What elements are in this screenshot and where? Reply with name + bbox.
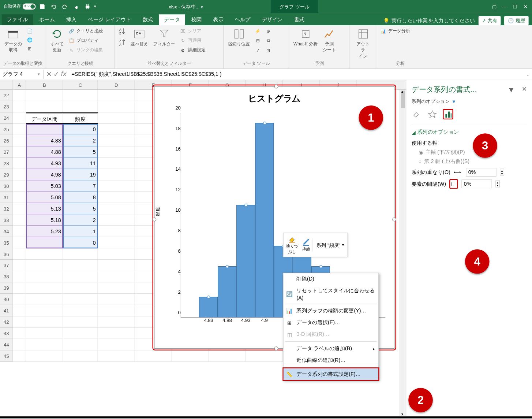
get-data-button[interactable]: データの 取得 [3,27,23,54]
cell[interactable] [98,248,135,260]
cell[interactable]: 4.93 [26,158,63,169]
maximize-icon[interactable]: ❐ [510,2,520,11]
text-to-columns-button[interactable]: 区切り位置 [226,27,252,48]
cell[interactable] [98,316,135,328]
row-header[interactable]: 42 [0,316,13,328]
vertical-scrollbar[interactable]: ▴▾ [400,90,406,416]
tab-formulas[interactable]: 数式 [137,14,158,25]
cell[interactable] [13,124,26,135]
row-header[interactable]: 37 [0,260,13,271]
cell[interactable] [13,90,26,101]
row-header[interactable]: 22 [0,90,13,101]
data-valid-icon[interactable]: ✓ [254,46,262,54]
cell[interactable]: 0 [63,237,98,248]
cell[interactable] [26,248,63,260]
chart-bar[interactable] [218,266,236,318]
cell[interactable] [246,351,283,362]
chart-title[interactable]: ヒストグラム [154,87,394,111]
cell[interactable] [63,90,98,101]
cell[interactable]: 2 [63,214,98,226]
cell[interactable]: 5 [63,147,98,158]
tell-me-search[interactable]: 💡実行したい作業を入力してください [383,17,475,24]
row-header[interactable]: 35 [0,237,13,248]
outline-color-button[interactable]: 枠線 [300,237,312,253]
section-series-options[interactable]: ◢系列のオプション [412,129,527,136]
cell[interactable]: 5.13 [26,203,63,215]
cell[interactable] [98,112,135,124]
cell[interactable] [98,158,135,169]
from-web-icon[interactable]: 🌐 [25,36,34,44]
forecast-button[interactable]: 予測 シート [321,27,337,54]
cell[interactable] [26,101,63,112]
row-header[interactable]: 40 [0,294,13,305]
formula-input[interactable] [69,70,524,78]
cancel-formula-icon[interactable]: ✕ [46,70,52,79]
overlap-input[interactable] [466,168,497,177]
row-header[interactable]: 44 [0,339,13,351]
row-header[interactable]: 36 [0,248,13,260]
cell[interactable] [98,260,135,271]
cell[interactable] [13,169,26,181]
row-header[interactable]: 33 [0,214,13,226]
flash-fill-icon[interactable]: ⚡ [254,27,262,35]
ribbon-options-icon[interactable]: ▢ [490,2,499,11]
cell[interactable] [63,271,98,282]
cell[interactable] [63,316,98,328]
cell[interactable] [13,181,26,192]
cell[interactable] [26,294,63,305]
col-header[interactable]: A [13,80,26,89]
cell[interactable]: 11 [63,158,98,169]
cell[interactable] [63,305,98,316]
ctx-add-trendline[interactable]: 近似曲線の追加(R)… [284,354,378,366]
chart-bar[interactable] [255,123,274,317]
ctx-delete[interactable]: 削除(D) [284,273,378,285]
cell[interactable] [26,339,63,351]
print-icon[interactable] [83,2,92,11]
cell[interactable]: 8 [63,192,98,203]
ctx-reset-style[interactable]: 🔄リセットしてスタイルに合わせる(A) [284,285,378,303]
refresh-all-button[interactable]: すべて 更新 [49,27,65,54]
cell[interactable] [63,260,98,271]
cell[interactable]: データ区間 [26,112,63,124]
cell[interactable] [13,135,26,147]
fill-color-button[interactable]: 塗りつ ぶし [284,234,300,256]
cell[interactable]: 19 [63,169,98,181]
undo-icon[interactable] [49,2,58,11]
cell[interactable] [98,237,135,248]
sort-button[interactable]: Z A並べ替え [129,27,150,48]
row-header[interactable]: 41 [0,305,13,316]
cell[interactable] [98,101,135,112]
effects-icon[interactable] [427,109,438,120]
cell[interactable] [26,282,63,294]
cell[interactable] [13,101,26,112]
cell[interactable] [98,305,135,316]
pane-subtitle[interactable]: 系列のオプション▼ [412,98,527,105]
cell[interactable] [26,237,63,248]
cell[interactable] [98,271,135,282]
cell[interactable] [13,305,26,316]
ctx-change-chart-type[interactable]: 📊系列グラフの種類の変更(Y)… [284,305,378,317]
cell[interactable] [63,328,98,339]
row-header[interactable]: 27 [0,147,13,158]
pane-close-icon[interactable]: ✕ [522,85,527,92]
cell[interactable] [13,282,26,294]
cell[interactable] [63,294,98,305]
tab-home[interactable]: ホーム [34,14,60,25]
tab-page-layout[interactable]: ページ レイアウト [83,14,136,25]
cell[interactable]: 5.23 [26,226,63,237]
col-header[interactable]: D [98,80,135,89]
cell[interactable] [63,351,98,362]
cell[interactable] [135,351,172,362]
minimize-icon[interactable]: — [500,2,509,11]
pane-options-dropdown[interactable]: ▼ [508,86,515,94]
series-selector[interactable]: 系列 "頻度"▾ [314,241,346,249]
consolidate-icon[interactable]: ⊕ [264,27,273,35]
cell[interactable]: 4.83 [26,135,63,147]
tab-format[interactable]: 書式 [289,14,310,25]
cell[interactable] [13,112,26,124]
col-header[interactable]: B [26,80,63,89]
cell[interactable] [98,135,135,147]
tab-design[interactable]: デザイン [256,14,288,25]
row-header[interactable]: 26 [0,135,13,147]
row-header[interactable]: 43 [0,328,13,339]
